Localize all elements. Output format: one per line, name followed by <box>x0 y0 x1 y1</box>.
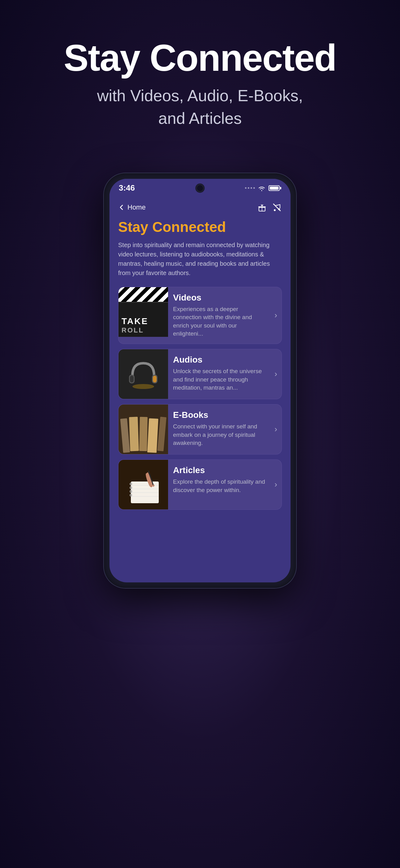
nav-action-icons <box>257 203 282 212</box>
clapper-take-text: TAKE <box>122 316 165 326</box>
headphones-icon <box>125 355 162 393</box>
gift-icon[interactable] <box>257 203 267 212</box>
battery-fill <box>270 187 278 190</box>
videos-card-body: Videos Experiences as a deeper connectio… <box>168 287 272 344</box>
videos-chevron[interactable]: › <box>272 287 281 344</box>
phone-content: Home <box>109 197 291 522</box>
videos-title: Videos <box>173 293 267 303</box>
status-bar: 3:46 <box>109 179 291 197</box>
battery-container <box>269 185 281 191</box>
page-description: Step into spirituality and remain connec… <box>118 240 282 278</box>
ebooks-chevron[interactable]: › <box>272 404 281 454</box>
articles-chevron[interactable]: › <box>272 460 281 509</box>
ebooks-card[interactable]: E-Books Connect with your inner self and… <box>118 404 282 455</box>
svg-rect-7 <box>153 376 157 382</box>
status-time: 3:46 <box>119 183 135 193</box>
status-icons <box>245 185 281 191</box>
phone-outer-frame: 3:46 <box>104 173 296 588</box>
phone-screen: 3:46 <box>109 179 291 582</box>
audios-card-body: Audios Unlock the secrets of the univers… <box>168 349 272 399</box>
book-2 <box>129 417 139 452</box>
articles-description: Explore the depth of spirituality and di… <box>173 478 267 504</box>
svg-point-8 <box>132 384 154 389</box>
audios-description: Unlock the secrets of the universe and f… <box>173 367 267 393</box>
front-camera <box>196 184 204 192</box>
clapper-roll-text: ROLL <box>122 326 165 334</box>
gift-svg <box>257 203 267 212</box>
writing-scene <box>119 460 168 509</box>
back-button[interactable]: Home <box>118 203 146 211</box>
signal-dot <box>253 187 255 189</box>
book-5 <box>157 416 166 451</box>
audios-card[interactable]: Audios Unlock the secrets of the univers… <box>118 349 282 399</box>
videos-description: Experiences as a deeper connection with … <box>173 305 267 338</box>
clapper-body: TAKE ROLL <box>119 303 168 337</box>
signal-dots <box>245 187 255 189</box>
battery-tip <box>280 187 281 189</box>
clapper-top <box>119 287 168 303</box>
ebooks-description: Connect with your inner self and embark … <box>173 423 267 448</box>
writing-svg <box>122 463 165 506</box>
hero-section: Stay Connected with Videos, Audio, E-Boo… <box>0 0 400 148</box>
music-off-svg <box>272 203 281 212</box>
page-title: Stay Connected <box>118 219 282 235</box>
back-label: Home <box>128 203 146 211</box>
audios-title: Audios <box>173 355 267 365</box>
signal-dot <box>251 187 252 189</box>
ebooks-title: E-Books <box>173 410 267 420</box>
book-4 <box>147 418 158 453</box>
signal-dot <box>245 187 246 189</box>
videos-card[interactable]: TAKE ROLL Videos Experiences as a deeper… <box>118 287 282 344</box>
signal-dot <box>248 187 249 189</box>
book-3 <box>139 417 147 451</box>
articles-card-body: Articles Explore the depth of spirituali… <box>168 460 272 509</box>
hero-title: Stay Connected <box>64 37 336 78</box>
battery-icon <box>269 185 280 191</box>
clapper-stripe <box>119 287 168 302</box>
hero-subtitle: with Videos, Audio, E-Books, and Article… <box>92 85 308 130</box>
music-off-icon[interactable] <box>272 203 282 212</box>
phone-mockup: 3:46 <box>104 173 296 588</box>
nav-bar: Home <box>118 197 282 219</box>
videos-thumbnail: TAKE ROLL <box>119 287 168 337</box>
books-stack <box>119 404 168 454</box>
clapperboard-image: TAKE ROLL <box>119 287 168 337</box>
back-arrow-icon <box>118 204 125 211</box>
card-list: TAKE ROLL Videos Experiences as a deeper… <box>118 287 282 510</box>
articles-card[interactable]: Articles Explore the depth of spirituali… <box>118 460 282 510</box>
articles-title: Articles <box>173 465 267 475</box>
wifi-icon <box>257 185 266 191</box>
audios-thumbnail <box>119 349 168 399</box>
articles-thumbnail <box>119 460 168 509</box>
svg-rect-5 <box>130 376 134 382</box>
audios-chevron[interactable]: › <box>272 349 281 399</box>
ebooks-card-body: E-Books Connect with your inner self and… <box>168 404 272 454</box>
book-1 <box>120 418 130 453</box>
ebooks-thumbnail <box>119 404 168 454</box>
